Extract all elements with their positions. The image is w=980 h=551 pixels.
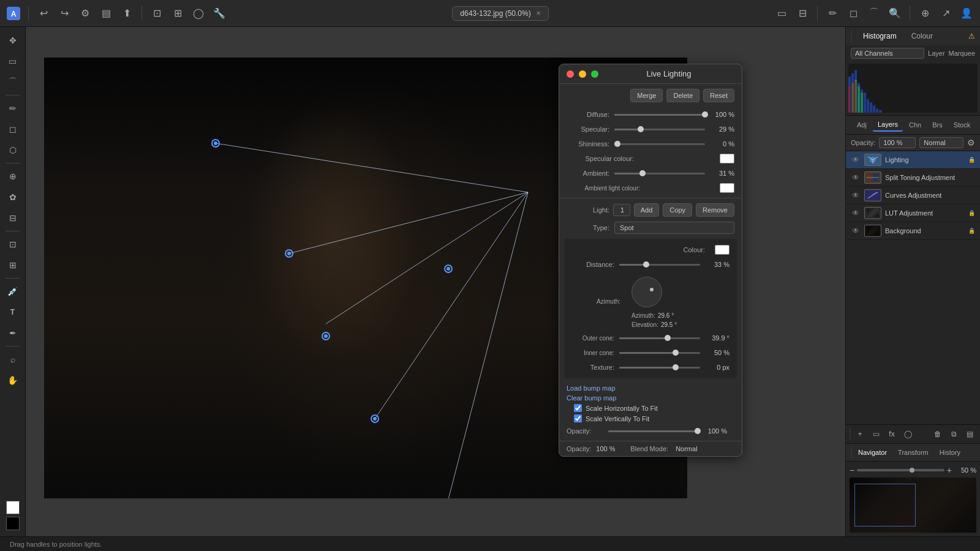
- distance-slider[interactable]: [619, 260, 700, 269]
- layer-item-curves[interactable]: 👁 Curves Adjustment: [846, 187, 980, 204]
- tool-perspective[interactable]: ⊞: [3, 255, 23, 275]
- reset-button[interactable]: Reset: [703, 89, 734, 102]
- tool-text[interactable]: T: [3, 302, 23, 322]
- texture-slider[interactable]: [619, 362, 700, 372]
- layer-lock-lighting[interactable]: 🔒: [968, 157, 975, 163]
- tool-clone[interactable]: ✿: [3, 187, 23, 207]
- layer-lock-bg[interactable]: 🔒: [968, 228, 975, 234]
- tool-crop[interactable]: ⊡: [3, 234, 23, 254]
- shapes-tool[interactable]: ◻: [845, 5, 862, 22]
- colour-tab[interactable]: Colour: [905, 29, 939, 43]
- undo-btn[interactable]: ↩: [35, 5, 52, 22]
- scale-horizontal-checkbox[interactable]: [574, 404, 582, 412]
- remove-light-button[interactable]: Remove: [696, 203, 734, 217]
- layer-lock-lut[interactable]: 🔒: [968, 210, 975, 216]
- type-select[interactable]: Spot Point Infinite: [614, 222, 734, 234]
- layer-opacity-input[interactable]: [879, 137, 916, 148]
- foreground-color[interactable]: [6, 501, 20, 514]
- window-minimize-btn[interactable]: [579, 70, 586, 78]
- copy-light-button[interactable]: Copy: [663, 203, 692, 217]
- account-btn[interactable]: 👤: [958, 5, 975, 22]
- shininess-slider[interactable]: [614, 139, 705, 149]
- visibility-icon-split[interactable]: 👁: [851, 173, 861, 182]
- background-color[interactable]: [6, 517, 20, 530]
- brush-tool[interactable]: ✏: [824, 5, 841, 22]
- tool-pen[interactable]: ✒: [3, 323, 23, 343]
- settings-btn[interactable]: ⚙: [77, 5, 94, 22]
- tool-eraser[interactable]: ◻: [3, 119, 23, 139]
- nav-preview-box[interactable]: [854, 484, 916, 527]
- panel-collapse-btn[interactable]: [851, 30, 852, 42]
- tool-flood-fill[interactable]: ⬡: [3, 140, 23, 160]
- file-title-pill[interactable]: d643-132.jpg (50.0%) ✕: [452, 6, 548, 21]
- load-bump-map-button[interactable]: Load bump map: [567, 383, 616, 393]
- tab-adj[interactable]: Adj: [852, 119, 872, 131]
- lasso-tool[interactable]: ⌒: [865, 5, 883, 22]
- tool-patch[interactable]: ⊟: [3, 208, 23, 228]
- blend-mode-select[interactable]: Normal Multiply Screen Overlay: [919, 137, 963, 148]
- tool-brush[interactable]: ✏: [3, 99, 23, 118]
- tab-brs[interactable]: Brs: [927, 119, 948, 131]
- clear-bump-map-button[interactable]: Clear bump map: [567, 393, 616, 403]
- tab-navigator[interactable]: Navigator: [853, 446, 892, 459]
- tab-stock[interactable]: Stock: [949, 119, 976, 131]
- transform-tool[interactable]: ⊞: [169, 5, 186, 22]
- tab-history[interactable]: History: [935, 446, 965, 459]
- visibility-icon-lighting[interactable]: 👁: [851, 155, 861, 165]
- zoom-btn[interactable]: ⊕: [916, 5, 933, 22]
- adjustments-btn[interactable]: ▤: [97, 5, 115, 22]
- layer-item-background[interactable]: 👁 Background 🔒: [846, 222, 980, 240]
- visibility-icon-curves[interactable]: 👁: [851, 190, 861, 200]
- layer-settings-icon[interactable]: ⚙: [967, 138, 975, 148]
- redo-btn[interactable]: ↪: [56, 5, 73, 22]
- direction-compass[interactable]: [631, 277, 662, 307]
- add-light-button[interactable]: Add: [634, 203, 660, 217]
- ambient-slider[interactable]: [614, 168, 705, 178]
- layer-item-split-toning[interactable]: 👁 Split Toning Adjustment: [846, 169, 980, 187]
- tool-select-rect[interactable]: ▭: [3, 51, 23, 71]
- zoom-in-btn[interactable]: +: [947, 465, 952, 475]
- visibility-icon-bg[interactable]: 👁: [851, 226, 861, 236]
- merge-button[interactable]: Merge: [630, 89, 663, 102]
- mask-btn[interactable]: ◯: [901, 427, 914, 441]
- visibility-icon-lut[interactable]: 👁: [851, 208, 861, 218]
- layer-item-lut[interactable]: 👁 LUT Adjustment 🔒: [846, 204, 980, 222]
- specular-colour-swatch[interactable]: [720, 154, 734, 163]
- duplicate-btn[interactable]: ⧉: [947, 427, 960, 441]
- tab-chn[interactable]: Chn: [904, 119, 926, 131]
- fx-btn[interactable]: fx: [885, 427, 899, 441]
- inner-cone-slider[interactable]: [619, 348, 700, 358]
- layer-label[interactable]: Layer: [928, 50, 945, 57]
- layer-item-lighting[interactable]: 👁 Lighting 🔒: [846, 151, 980, 169]
- channel-select[interactable]: All Channels Red Green Blue: [851, 48, 924, 59]
- zoom-out-btn[interactable]: −: [850, 465, 854, 475]
- light-stepper[interactable]: ▲ ▼: [613, 204, 630, 216]
- window-close-btn[interactable]: [567, 70, 574, 78]
- panel-collapse-3[interactable]: [850, 428, 851, 440]
- close-tab-icon[interactable]: ✕: [536, 10, 541, 17]
- levels-tool[interactable]: ◯: [190, 5, 207, 22]
- tool-hand[interactable]: ✋: [3, 370, 23, 390]
- crop-tool[interactable]: ⊡: [148, 5, 165, 22]
- share-btn[interactable]: ↗: [937, 5, 954, 22]
- light-number-input[interactable]: [614, 206, 630, 214]
- zoom-slider[interactable]: [857, 469, 944, 471]
- add-layer-btn[interactable]: +: [853, 427, 867, 441]
- window-maximize-btn[interactable]: [591, 70, 598, 78]
- marquee-label[interactable]: Marquee: [949, 50, 975, 57]
- tool-zoom[interactable]: ⌕: [3, 350, 23, 369]
- tool-lasso[interactable]: ⌒: [3, 72, 23, 92]
- tab-layers[interactable]: Layers: [873, 118, 903, 132]
- ambient-colour-swatch[interactable]: [720, 183, 734, 193]
- tool-move[interactable]: ✥: [3, 31, 23, 50]
- specular-slider[interactable]: [614, 124, 705, 134]
- healing-tool[interactable]: 🔧: [211, 5, 228, 22]
- filter-tool[interactable]: 🔍: [886, 5, 903, 22]
- add-pixel-btn[interactable]: ▭: [869, 427, 883, 441]
- view-toggle[interactable]: ▭: [773, 5, 790, 22]
- group-btn[interactable]: ▤: [963, 427, 976, 441]
- opacity-slider[interactable]: [608, 426, 698, 436]
- delete-layer-btn[interactable]: 🗑: [931, 427, 944, 441]
- scale-vertical-checkbox[interactable]: [574, 414, 582, 422]
- panel-collapse-4[interactable]: [851, 446, 852, 459]
